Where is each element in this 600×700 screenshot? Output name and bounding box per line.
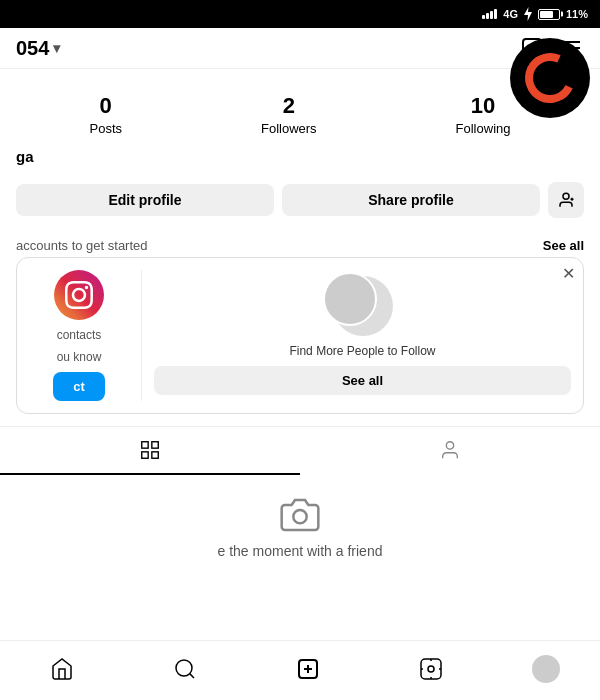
find-people-label: Find More People to Follow: [289, 344, 435, 358]
bio-section: ga: [0, 144, 600, 178]
person-tag-icon: [439, 439, 461, 461]
connect-button[interactable]: ct: [53, 372, 105, 401]
svg-line-16: [189, 673, 193, 677]
network-type: 4G: [503, 8, 518, 20]
username-text: 054: [16, 37, 49, 60]
tab-tagged[interactable]: [300, 427, 600, 475]
battery-icon: [538, 9, 560, 20]
nav-reels[interactable]: [409, 647, 453, 691]
suggestion-card: ✕ contacts ou know ct Find More People t…: [16, 257, 584, 414]
suggested-description: accounts to get started: [16, 238, 148, 253]
svg-point-13: [446, 442, 453, 449]
followers-stat[interactable]: 2 Followers: [261, 93, 317, 136]
battery-level: 11%: [566, 8, 588, 20]
instagram-logo-avatar: [54, 270, 104, 320]
svg-point-21: [428, 666, 434, 672]
action-buttons-row: Edit profile Share profile: [0, 178, 600, 230]
empty-state-section: e the moment with a friend: [0, 475, 600, 567]
grid-icon: [139, 439, 161, 461]
signal-icon: [482, 9, 497, 19]
tab-grid[interactable]: [0, 427, 300, 475]
share-profile-button[interactable]: Share profile: [282, 184, 540, 216]
bolt-icon: [524, 7, 532, 21]
people-avatars: [333, 276, 393, 336]
card-contacts-label: contacts: [57, 328, 102, 342]
posts-label: Posts: [89, 121, 122, 136]
empty-state-text: e the moment with a friend: [218, 543, 383, 559]
svg-rect-12: [152, 452, 158, 458]
followers-label: Followers: [261, 121, 317, 136]
username-display: 054 ▾: [16, 37, 60, 60]
svg-point-6: [563, 193, 569, 199]
logo-bg: [510, 38, 590, 118]
card-close-button[interactable]: ✕: [562, 266, 575, 282]
followers-count: 2: [283, 93, 295, 119]
nav-search[interactable]: [163, 647, 207, 691]
card-contacts-section: contacts ou know ct: [29, 270, 129, 401]
chevron-down-icon: ▾: [53, 40, 60, 56]
nav-home[interactable]: [40, 647, 84, 691]
status-bar: 4G 11%: [0, 0, 600, 28]
posts-stat[interactable]: 0 Posts: [89, 93, 122, 136]
nav-profile[interactable]: [532, 655, 560, 683]
suggested-header: accounts to get started See all: [0, 230, 600, 257]
card-contacts-sublabel: ou know: [57, 350, 102, 364]
bottom-navigation: [0, 640, 600, 700]
profile-logo-overlay: [480, 28, 600, 138]
bio-name: ga: [16, 148, 34, 165]
svg-rect-11: [142, 452, 148, 458]
svg-rect-9: [142, 442, 148, 448]
profile-tabs: [0, 426, 600, 475]
svg-point-15: [176, 660, 192, 676]
svg-point-14: [293, 510, 306, 523]
suggested-see-all-link[interactable]: See all: [543, 238, 584, 253]
svg-rect-20: [421, 659, 441, 679]
svg-rect-10: [152, 442, 158, 448]
edit-profile-button[interactable]: Edit profile: [16, 184, 274, 216]
c-logo: [518, 46, 582, 110]
posts-count: 0: [100, 93, 112, 119]
nav-add-post[interactable]: [286, 647, 330, 691]
discover-people-button[interactable]: [548, 182, 584, 218]
find-people-see-all-button[interactable]: See all: [154, 366, 571, 395]
card-find-people-section: Find More People to Follow See all: [141, 270, 571, 401]
camera-icon: [280, 495, 320, 535]
